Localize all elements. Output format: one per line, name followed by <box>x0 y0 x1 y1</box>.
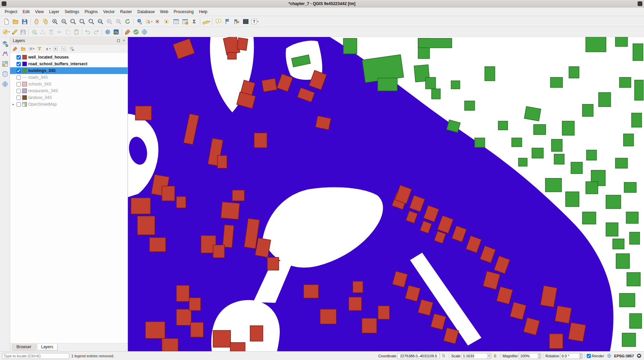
open-layer-styling-button[interactable] <box>11 45 19 52</box>
layer-visibility-checkbox[interactable] <box>16 96 21 100</box>
map-canvas[interactable] <box>128 37 644 351</box>
add-raster-layer-button[interactable] <box>1 60 9 68</box>
new-spatial-bookmark-button[interactable] <box>223 17 232 26</box>
layer-item-schools_34s[interactable]: schools_34S <box>10 81 128 87</box>
open-data-source-manager-button[interactable] <box>1 40 9 48</box>
zoom-native-button[interactable] <box>96 17 105 26</box>
tab-layers[interactable]: Layers <box>37 344 58 351</box>
zoom-out-button[interactable] <box>59 17 68 26</box>
add-polygon-feature-button[interactable] <box>30 28 38 36</box>
layer-visibility-checkbox[interactable] <box>16 69 21 73</box>
rotation-spinbox[interactable]: ▲▼ <box>560 353 582 359</box>
select-features-button[interactable]: ▾ <box>144 17 153 26</box>
quickmap-services-button[interactable] <box>140 28 148 36</box>
zoom-full-button[interactable] <box>68 17 77 26</box>
layer-item-well_located_houses[interactable]: well_located_houses <box>10 54 128 61</box>
add-vector-layer-button[interactable] <box>1 50 9 58</box>
refresh-map-button[interactable] <box>123 17 132 26</box>
statistical-summary-button[interactable] <box>190 17 199 26</box>
identify-features-button[interactable] <box>135 17 144 26</box>
field-calculator-button[interactable] <box>180 17 190 26</box>
menu-item-edit[interactable]: Edit <box>20 8 32 15</box>
processing-toolbox-button[interactable] <box>103 28 112 36</box>
open-attribute-table-button[interactable] <box>171 17 180 26</box>
add-database-layer-button[interactable] <box>1 70 9 78</box>
undo-button[interactable] <box>83 28 92 36</box>
rotation-spin-buttons[interactable]: ▲▼ <box>579 353 582 359</box>
zoom-next-button[interactable] <box>114 17 123 26</box>
save-layer-edits-button[interactable] <box>19 28 27 36</box>
locate-input[interactable] <box>2 353 69 359</box>
pan-map-button[interactable] <box>32 17 41 26</box>
menu-item-layer[interactable]: Layer <box>46 8 62 15</box>
menu-item-help[interactable]: Help <box>196 8 210 15</box>
scale-combo[interactable]: ▾ <box>462 353 491 359</box>
python-console-button[interactable] <box>112 28 120 36</box>
zoom-to-layer-button[interactable] <box>87 17 96 26</box>
osm-place-search-button[interactable] <box>132 28 140 36</box>
add-group-button[interactable] <box>20 45 27 52</box>
toggle-editing-button[interactable] <box>10 28 19 36</box>
show-spatial-bookmarks-button[interactable] <box>232 17 241 26</box>
layer-item-openstreetmap[interactable]: ▸OpenStreetMap <box>10 101 128 108</box>
delete-selected-button[interactable] <box>47 28 55 36</box>
magnifier-input[interactable] <box>519 353 538 359</box>
layer-visibility-checkbox[interactable] <box>16 89 21 93</box>
zoom-last-button[interactable] <box>105 17 114 26</box>
layer-visibility-checkbox[interactable] <box>16 82 21 86</box>
map-tips-button[interactable] <box>214 17 223 26</box>
menu-item-settings[interactable]: Settings <box>62 8 82 15</box>
current-edits-button[interactable]: ▾ <box>2 28 10 36</box>
paste-features-button[interactable] <box>72 28 80 36</box>
collapse-all-button[interactable] <box>60 45 67 52</box>
layer-visibility-checkbox[interactable] <box>16 75 21 80</box>
layer-visibility-checkbox[interactable] <box>16 55 21 60</box>
layer-item-restaurants_34s[interactable]: restaurants_34S <box>10 87 128 94</box>
messages-button[interactable] <box>636 353 642 359</box>
style-manager-button[interactable] <box>123 28 132 36</box>
copy-features-button[interactable] <box>64 28 72 36</box>
lock-scale-icon[interactable] <box>492 353 498 359</box>
select-by-expression-button[interactable] <box>162 17 171 26</box>
redo-button[interactable] <box>92 28 100 36</box>
manage-map-themes-button[interactable]: ▾ <box>28 45 35 52</box>
panel-close-button[interactable]: × <box>122 38 126 43</box>
new-map-view-button[interactable] <box>241 17 250 26</box>
magnifier-spinbox[interactable]: ▲▼ <box>519 353 541 359</box>
panel-float-button[interactable] <box>116 38 121 43</box>
layer-item-roads_34s[interactable]: roads_34S <box>10 74 128 81</box>
rotation-input[interactable] <box>561 353 579 359</box>
zoom-to-selection-button[interactable] <box>77 17 87 26</box>
chevron-down-icon[interactable]: ▾ <box>487 353 491 359</box>
measure-line-button[interactable]: ▾ <box>202 17 211 26</box>
menu-item-view[interactable]: View <box>32 8 46 15</box>
layer-item-buildings_34s[interactable]: buildings_34S <box>10 67 128 74</box>
layer-expander-icon[interactable]: ▸ <box>11 103 15 106</box>
magnifier-spin-buttons[interactable]: ▲▼ <box>538 353 541 359</box>
coordinate-input[interactable] <box>397 353 440 359</box>
layer-item-landuse_34s[interactable]: landuse_34S <box>10 94 128 101</box>
menu-item-raster[interactable]: Raster <box>117 8 135 15</box>
layer-visibility-checkbox[interactable] <box>16 62 21 66</box>
zoom-in-button[interactable] <box>50 17 59 26</box>
remove-layer-button[interactable] <box>68 45 75 52</box>
crs-globe-icon[interactable] <box>606 353 612 359</box>
scale-input[interactable] <box>462 353 487 359</box>
layer-item-road_school_buffers_intersect[interactable]: road_school_buffers_intersect <box>10 61 128 67</box>
pan-to-selection-button[interactable] <box>41 17 50 26</box>
render-toggle[interactable]: Render <box>587 354 604 358</box>
menu-item-project[interactable]: Project <box>2 8 20 15</box>
menu-item-plugins[interactable]: Plugins <box>82 8 100 15</box>
vertex-tool-button[interactable] <box>38 28 47 36</box>
render-checkbox[interactable] <box>587 354 591 358</box>
save-project-button[interactable] <box>20 17 29 26</box>
extents-toggle-button[interactable] <box>441 353 447 359</box>
deselect-features-button[interactable] <box>153 17 162 26</box>
menu-item-processing[interactable]: Processing <box>171 8 196 15</box>
text-annotation-button[interactable]: ▾ <box>250 17 259 26</box>
new-project-button[interactable] <box>2 17 11 26</box>
open-project-button[interactable] <box>11 17 20 26</box>
expand-all-button[interactable] <box>52 45 59 52</box>
menu-item-vector[interactable]: Vector <box>101 8 117 15</box>
layer-visibility-checkbox[interactable] <box>16 102 21 107</box>
